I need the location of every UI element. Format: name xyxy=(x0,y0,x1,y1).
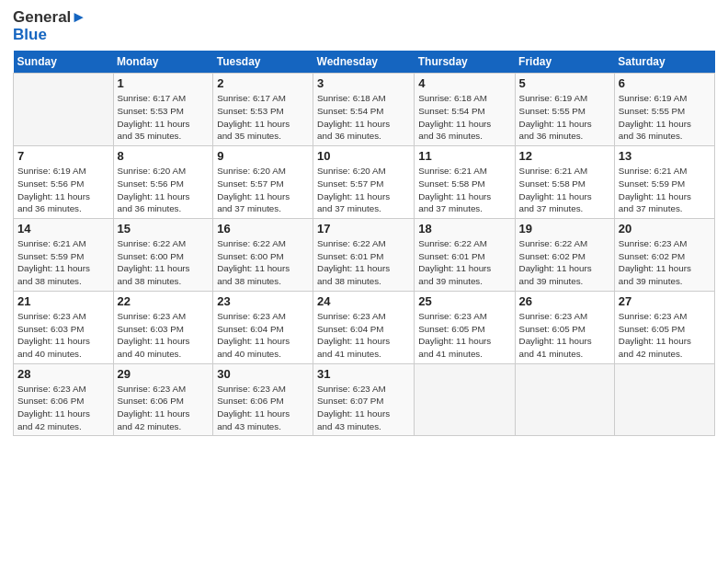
calendar-cell: 18Sunrise: 6:22 AM Sunset: 6:01 PM Dayli… xyxy=(415,219,515,292)
day-of-week-header: Wednesday xyxy=(313,51,415,74)
day-of-week-header: Tuesday xyxy=(213,51,313,74)
day-number: 4 xyxy=(418,76,510,90)
day-number: 23 xyxy=(217,294,309,308)
day-info: Sunrise: 6:19 AM Sunset: 5:56 PM Dayligh… xyxy=(17,165,109,215)
calendar-cell: 21Sunrise: 6:23 AM Sunset: 6:03 PM Dayli… xyxy=(14,291,114,363)
day-info: Sunrise: 6:20 AM Sunset: 5:57 PM Dayligh… xyxy=(217,165,309,215)
calendar-cell: 5Sunrise: 6:19 AM Sunset: 5:55 PM Daylig… xyxy=(515,74,614,146)
calendar-cell: 28Sunrise: 6:23 AM Sunset: 6:06 PM Dayli… xyxy=(14,363,114,436)
day-number: 21 xyxy=(17,294,109,308)
calendar-cell: 30Sunrise: 6:23 AM Sunset: 6:06 PM Dayli… xyxy=(213,363,313,436)
day-info: Sunrise: 6:23 AM Sunset: 6:06 PM Dayligh… xyxy=(17,383,109,433)
calendar-week-row: 1Sunrise: 6:17 AM Sunset: 5:53 PM Daylig… xyxy=(14,74,715,146)
calendar-cell: 6Sunrise: 6:19 AM Sunset: 5:55 PM Daylig… xyxy=(614,74,714,146)
day-info: Sunrise: 6:18 AM Sunset: 5:54 PM Dayligh… xyxy=(418,92,510,143)
day-number: 24 xyxy=(317,294,410,308)
day-info: Sunrise: 6:23 AM Sunset: 6:05 PM Dayligh… xyxy=(519,310,610,361)
day-number: 16 xyxy=(217,222,309,236)
calendar-cell: 26Sunrise: 6:23 AM Sunset: 6:05 PM Dayli… xyxy=(515,291,614,363)
day-of-week-header: Sunday xyxy=(14,51,114,74)
day-info: Sunrise: 6:22 AM Sunset: 6:02 PM Dayligh… xyxy=(519,237,610,288)
day-number: 26 xyxy=(519,294,610,308)
day-info: Sunrise: 6:21 AM Sunset: 5:59 PM Dayligh… xyxy=(17,237,109,288)
day-info: Sunrise: 6:23 AM Sunset: 6:02 PM Dayligh… xyxy=(619,237,711,288)
day-info: Sunrise: 6:22 AM Sunset: 6:01 PM Dayligh… xyxy=(317,237,410,288)
calendar-week-row: 7Sunrise: 6:19 AM Sunset: 5:56 PM Daylig… xyxy=(14,146,715,219)
day-info: Sunrise: 6:18 AM Sunset: 5:54 PM Dayligh… xyxy=(317,92,410,143)
calendar-cell: 27Sunrise: 6:23 AM Sunset: 6:05 PM Dayli… xyxy=(614,291,714,363)
day-info: Sunrise: 6:23 AM Sunset: 6:03 PM Dayligh… xyxy=(118,310,210,361)
calendar-week-row: 28Sunrise: 6:23 AM Sunset: 6:06 PM Dayli… xyxy=(14,363,715,436)
day-number: 14 xyxy=(17,222,109,236)
day-info: Sunrise: 6:20 AM Sunset: 5:56 PM Dayligh… xyxy=(118,165,210,215)
calendar-cell: 24Sunrise: 6:23 AM Sunset: 6:04 PM Dayli… xyxy=(313,291,415,363)
day-info: Sunrise: 6:21 AM Sunset: 5:58 PM Dayligh… xyxy=(418,165,510,215)
page-container: General► Blue SundayMondayTuesdayWednesd… xyxy=(0,0,728,443)
day-number: 3 xyxy=(317,76,410,90)
day-number: 13 xyxy=(619,149,711,163)
calendar-cell: 9Sunrise: 6:20 AM Sunset: 5:57 PM Daylig… xyxy=(213,146,313,219)
day-number: 15 xyxy=(118,222,210,236)
calendar-cell: 19Sunrise: 6:22 AM Sunset: 6:02 PM Dayli… xyxy=(515,219,614,292)
day-number: 17 xyxy=(317,222,410,236)
calendar-cell: 23Sunrise: 6:23 AM Sunset: 6:04 PM Dayli… xyxy=(213,291,313,363)
calendar-cell xyxy=(415,363,515,436)
day-number: 5 xyxy=(519,76,610,90)
calendar-cell xyxy=(14,74,114,146)
calendar-cell: 10Sunrise: 6:20 AM Sunset: 5:57 PM Dayli… xyxy=(313,146,415,219)
calendar-week-row: 14Sunrise: 6:21 AM Sunset: 5:59 PM Dayli… xyxy=(14,219,715,292)
day-number: 25 xyxy=(418,294,510,308)
calendar-cell: 4Sunrise: 6:18 AM Sunset: 5:54 PM Daylig… xyxy=(415,74,515,146)
calendar-cell xyxy=(614,363,714,436)
calendar-cell: 7Sunrise: 6:19 AM Sunset: 5:56 PM Daylig… xyxy=(14,146,114,219)
day-of-week-header: Saturday xyxy=(614,51,714,74)
calendar-cell: 11Sunrise: 6:21 AM Sunset: 5:58 PM Dayli… xyxy=(415,146,515,219)
day-info: Sunrise: 6:20 AM Sunset: 5:57 PM Dayligh… xyxy=(317,165,410,215)
day-number: 10 xyxy=(317,149,410,163)
day-info: Sunrise: 6:23 AM Sunset: 6:03 PM Dayligh… xyxy=(17,310,109,361)
calendar-cell: 2Sunrise: 6:17 AM Sunset: 5:53 PM Daylig… xyxy=(213,74,313,146)
day-number: 20 xyxy=(619,222,711,236)
calendar-cell: 20Sunrise: 6:23 AM Sunset: 6:02 PM Dayli… xyxy=(614,219,714,292)
calendar-cell: 16Sunrise: 6:22 AM Sunset: 6:00 PM Dayli… xyxy=(213,219,313,292)
day-info: Sunrise: 6:23 AM Sunset: 6:04 PM Dayligh… xyxy=(217,310,309,361)
calendar-cell: 22Sunrise: 6:23 AM Sunset: 6:03 PM Dayli… xyxy=(113,291,213,363)
day-number: 28 xyxy=(17,367,109,381)
day-number: 31 xyxy=(317,367,410,381)
day-info: Sunrise: 6:23 AM Sunset: 6:07 PM Dayligh… xyxy=(317,383,410,433)
day-number: 19 xyxy=(519,222,610,236)
day-info: Sunrise: 6:23 AM Sunset: 6:05 PM Dayligh… xyxy=(418,310,510,361)
day-number: 1 xyxy=(118,76,210,90)
header-row: SundayMondayTuesdayWednesdayThursdayFrid… xyxy=(14,51,715,74)
calendar-cell: 14Sunrise: 6:21 AM Sunset: 5:59 PM Dayli… xyxy=(14,219,114,292)
calendar-cell: 3Sunrise: 6:18 AM Sunset: 5:54 PM Daylig… xyxy=(313,74,415,146)
day-number: 2 xyxy=(217,76,309,90)
calendar-cell: 8Sunrise: 6:20 AM Sunset: 5:56 PM Daylig… xyxy=(113,146,213,219)
logo: General► Blue xyxy=(13,9,86,43)
calendar-table: SundayMondayTuesdayWednesdayThursdayFrid… xyxy=(13,51,715,436)
day-number: 12 xyxy=(519,149,610,163)
calendar-cell: 17Sunrise: 6:22 AM Sunset: 6:01 PM Dayli… xyxy=(313,219,415,292)
day-info: Sunrise: 6:23 AM Sunset: 6:06 PM Dayligh… xyxy=(217,383,309,433)
day-info: Sunrise: 6:21 AM Sunset: 5:59 PM Dayligh… xyxy=(619,165,711,215)
day-info: Sunrise: 6:17 AM Sunset: 5:53 PM Dayligh… xyxy=(118,92,210,143)
day-number: 27 xyxy=(619,294,711,308)
day-info: Sunrise: 6:17 AM Sunset: 5:53 PM Dayligh… xyxy=(217,92,309,143)
day-number: 7 xyxy=(17,149,109,163)
day-info: Sunrise: 6:23 AM Sunset: 6:06 PM Dayligh… xyxy=(118,383,210,433)
day-info: Sunrise: 6:22 AM Sunset: 6:01 PM Dayligh… xyxy=(418,237,510,288)
day-number: 6 xyxy=(619,76,711,90)
calendar-cell: 31Sunrise: 6:23 AM Sunset: 6:07 PM Dayli… xyxy=(313,363,415,436)
day-info: Sunrise: 6:23 AM Sunset: 6:04 PM Dayligh… xyxy=(317,310,410,361)
calendar-cell: 13Sunrise: 6:21 AM Sunset: 5:59 PM Dayli… xyxy=(614,146,714,219)
day-number: 9 xyxy=(217,149,309,163)
day-number: 30 xyxy=(217,367,309,381)
logo-text: General► Blue xyxy=(13,9,86,43)
day-info: Sunrise: 6:19 AM Sunset: 5:55 PM Dayligh… xyxy=(519,92,610,143)
day-number: 8 xyxy=(118,149,210,163)
day-number: 22 xyxy=(118,294,210,308)
header: General► Blue xyxy=(13,9,715,43)
day-of-week-header: Thursday xyxy=(415,51,515,74)
day-info: Sunrise: 6:21 AM Sunset: 5:58 PM Dayligh… xyxy=(519,165,610,215)
calendar-cell xyxy=(515,363,614,436)
